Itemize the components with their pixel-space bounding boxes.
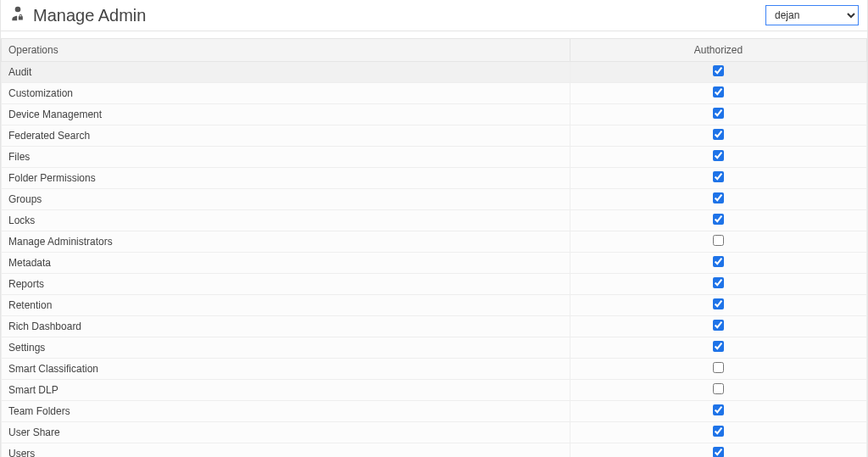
user-select[interactable]: dejan [765,5,859,25]
table-row: Smart Classification [2,359,867,380]
operation-cell: Team Folders [2,401,570,422]
authorized-checkbox[interactable] [713,192,724,203]
authorized-cell [570,189,867,210]
authorized-cell [570,274,867,295]
operation-cell: Locks [2,210,570,231]
authorized-checkbox[interactable] [713,150,724,161]
authorized-cell [570,359,867,380]
table-row: Files [2,147,867,168]
authorized-checkbox[interactable] [713,65,724,76]
authorized-checkbox[interactable] [713,214,724,225]
authorized-cell [570,83,867,104]
operation-cell: Smart DLP [2,380,570,401]
operation-cell: Files [2,147,570,168]
authorized-checkbox[interactable] [713,235,724,246]
authorized-checkbox[interactable] [713,426,724,437]
operation-cell: User Share [2,422,570,443]
column-header-authorized: Authorized [570,39,867,62]
authorized-cell [570,337,867,359]
authorized-cell [570,62,867,83]
table-row: Folder Permissions [2,168,867,189]
authorized-cell [570,316,867,337]
authorized-cell [570,380,867,401]
authorized-checkbox[interactable] [713,256,724,267]
operation-cell: Audit [2,62,570,83]
table-row: Settings [2,337,867,359]
authorized-cell [570,295,867,316]
table-row: Retention [2,295,867,316]
table-row: Customization [2,83,867,104]
page-container: Manage Admin dejan Operations Authorized… [0,0,868,457]
authorized-checkbox[interactable] [713,108,724,119]
authorized-cell [570,253,867,274]
table-row: Users [2,443,867,458]
operation-cell: Folder Permissions [2,168,570,189]
operation-cell: Manage Administrators [2,231,570,253]
authorized-checkbox[interactable] [713,362,724,373]
authorized-cell [570,422,867,443]
authorized-checkbox[interactable] [713,129,724,140]
authorized-checkbox[interactable] [713,404,724,415]
operation-cell: Federated Search [2,125,570,147]
table-row: Audit [2,62,867,83]
operation-cell: Metadata [2,253,570,274]
operation-cell: Groups [2,189,570,210]
permissions-table: Operations Authorized AuditCustomization… [1,38,867,457]
operation-cell: Reports [2,274,570,295]
table-row: Smart DLP [2,380,867,401]
column-header-operations: Operations [2,39,570,62]
authorized-cell [570,147,867,168]
table-row: Rich Dashboard [2,316,867,337]
authorized-checkbox[interactable] [713,341,724,352]
authorized-cell [570,231,867,253]
page-title: Manage Admin [33,6,146,25]
operation-cell: Rich Dashboard [2,316,570,337]
authorized-checkbox[interactable] [713,320,724,331]
authorized-checkbox[interactable] [713,447,724,457]
header-bar: Manage Admin dejan [1,0,867,31]
operation-cell: Retention [2,295,570,316]
table-row: User Share [2,422,867,443]
authorized-cell [570,125,867,147]
authorized-cell [570,210,867,231]
operation-cell: Smart Classification [2,359,570,380]
authorized-cell [570,443,867,458]
user-lock-icon [9,5,26,25]
authorized-cell [570,168,867,189]
authorized-checkbox[interactable] [713,383,724,394]
table-row: Team Folders [2,401,867,422]
table-row: Metadata [2,253,867,274]
authorized-checkbox[interactable] [713,298,724,309]
title-wrap: Manage Admin [9,5,146,25]
table-row: Federated Search [2,125,867,147]
authorized-checkbox[interactable] [713,277,724,288]
operation-cell: Settings [2,337,570,359]
authorized-checkbox[interactable] [713,86,724,98]
authorized-cell [570,401,867,422]
authorized-cell [570,104,867,125]
table-row: Device Management [2,104,867,125]
authorized-checkbox[interactable] [713,171,724,182]
table-row: Manage Administrators [2,231,867,253]
operation-cell: Customization [2,83,570,104]
table-row: Locks [2,210,867,231]
operation-cell: Users [2,443,570,458]
table-row: Reports [2,274,867,295]
table-row: Groups [2,189,867,210]
operation-cell: Device Management [2,104,570,125]
